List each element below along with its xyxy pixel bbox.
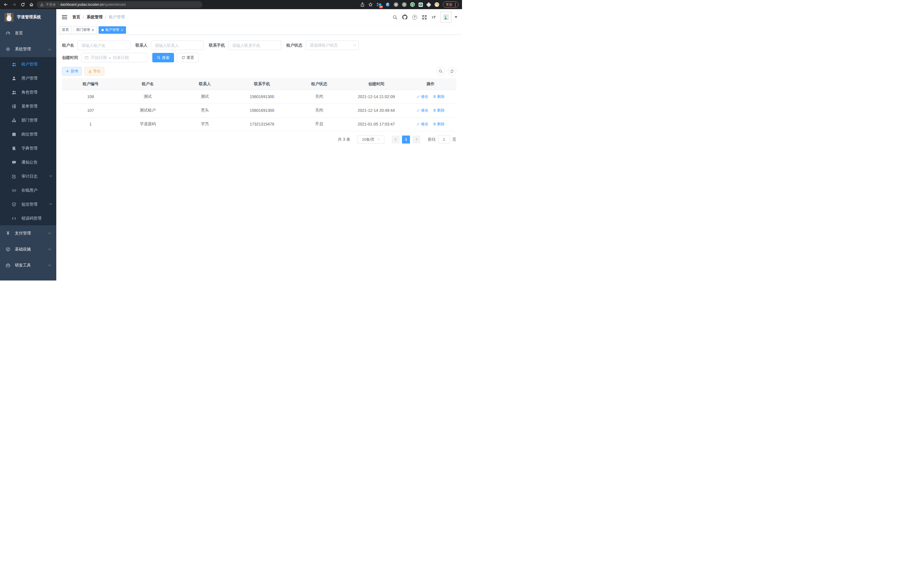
sidebar-item-label: 短信管理: [21, 202, 38, 207]
delete-link[interactable]: 删除: [433, 108, 445, 113]
status-select[interactable]: 请选择租户状态: [306, 41, 358, 50]
user-avatar[interactable]: [441, 12, 452, 23]
tab-home[interactable]: 首页: [59, 26, 72, 34]
profile-avatar-icon[interactable]: [435, 2, 439, 7]
extension-balloon-icon[interactable]: [385, 2, 390, 7]
share-button[interactable]: [360, 2, 364, 7]
extension-wappalyzer-icon[interactable]: 10: [376, 2, 381, 7]
breadcrumb-system[interactable]: 系统管理: [87, 15, 103, 20]
forward-button[interactable]: [12, 2, 16, 7]
sidebar-item-label: 租户管理: [21, 62, 38, 67]
avatar-dropdown-caret[interactable]: [454, 16, 458, 18]
table-row: 107 测试租户 秃头 15601691300 关闭 2021-12-14 20…: [62, 104, 456, 117]
col-created: 创建时间: [348, 78, 405, 90]
chevron-down-icon: [50, 174, 52, 177]
kebab-menu-icon[interactable]: [455, 3, 456, 7]
chevron-right-icon: [415, 138, 417, 141]
sidebar-item-infra[interactable]: 基础设施: [0, 241, 56, 257]
sidebar-item-dept[interactable]: 部门管理: [0, 113, 56, 127]
extension-command-icon[interactable]: ⌘: [394, 2, 398, 7]
sidebar-item-notice[interactable]: 通知公告: [0, 155, 56, 169]
extension-chat-icon[interactable]: [418, 3, 423, 7]
security-label: 不安全: [46, 2, 56, 7]
edit-link[interactable]: 修改: [417, 94, 428, 99]
cell-status: 关闭: [291, 90, 348, 104]
contact-input[interactable]: [151, 41, 204, 50]
pay-yen-icon: ¥: [6, 231, 10, 236]
goto-page-input[interactable]: [438, 135, 450, 144]
pencil-icon: [417, 109, 420, 112]
home-button[interactable]: [29, 2, 34, 7]
help-icon[interactable]: ?: [412, 15, 417, 20]
cell-id: 107: [62, 104, 119, 117]
search-button[interactable]: 搜索: [152, 53, 174, 62]
delete-link[interactable]: 删除: [433, 94, 445, 99]
tab-tenant[interactable]: 租户管理: [99, 26, 126, 34]
sidebar-item-post[interactable]: 岗位管理: [0, 127, 56, 141]
tab-dept[interactable]: 部门管理: [74, 26, 97, 34]
address-bar[interactable]: 不安全 dashboard.yudao.iocoder.cn/system/te…: [37, 1, 202, 8]
app-logo[interactable]: 芋道管理系统: [0, 9, 56, 25]
breadcrumb-separator: /: [105, 15, 106, 20]
tenant-table: 租户编号 租户名 联系人 联系手机 租户状态 创建时间 操作 108 测试 测试: [62, 78, 456, 131]
sidebar-item-user[interactable]: 用户管理: [0, 71, 56, 85]
breadcrumb-home[interactable]: 首页: [72, 15, 80, 20]
tenant-name-input[interactable]: [77, 41, 130, 50]
refresh-table-button[interactable]: [448, 67, 456, 75]
tenant-page-content: 租户名 联系人 联系手机 租户状态 请选择租户状态: [56, 35, 462, 281]
mobile-input[interactable]: [228, 41, 281, 50]
sidebar-item-audit-log[interactable]: 审计日志: [0, 169, 56, 183]
edit-link[interactable]: 修改: [417, 108, 428, 113]
cell-status: 关闭: [291, 104, 348, 117]
sidebar-item-role[interactable]: 角色管理: [0, 85, 56, 99]
filter-status: 租户状态 请选择租户状态: [286, 41, 358, 50]
sidebar-item-dict[interactable]: 字典管理: [0, 141, 56, 155]
next-page-button[interactable]: [412, 135, 420, 144]
user-icon: [12, 76, 16, 81]
sidebar-item-pay[interactable]: ¥ 支付管理: [0, 225, 56, 241]
back-button[interactable]: [3, 2, 8, 7]
filter-row-1: 租户名 联系人 联系手机 租户状态 请选择租户状态: [62, 41, 456, 50]
col-mobile: 联系手机: [233, 78, 291, 90]
collapse-sidebar-icon[interactable]: [61, 14, 68, 21]
update-button[interactable]: 更新: [443, 2, 459, 8]
page-size-select[interactable]: 10条/页: [357, 135, 384, 144]
github-icon[interactable]: [402, 15, 407, 20]
delete-link[interactable]: 删除: [433, 122, 445, 127]
export-button[interactable]: 导出: [85, 67, 104, 75]
sidebar-item-online-users[interactable]: 在线用户: [0, 183, 56, 197]
cell-id: 108: [62, 90, 119, 104]
page-1-button[interactable]: 1: [402, 135, 410, 144]
font-size-icon[interactable]: тT: [432, 15, 436, 20]
bookmark-star-button[interactable]: [368, 2, 373, 7]
extension-badge: 10: [379, 5, 383, 8]
plus-icon: [66, 69, 69, 73]
extensions-puzzle-icon[interactable]: [427, 3, 431, 7]
close-icon[interactable]: [121, 29, 123, 31]
cell-name: 测试: [119, 90, 176, 104]
sidebar-item-tenant[interactable]: 租户管理: [0, 57, 56, 71]
close-icon[interactable]: [92, 29, 94, 31]
extension-circle-dot-icon[interactable]: [402, 2, 406, 7]
date-range-picker[interactable]: 开始日期 - 结束日期: [81, 53, 147, 62]
extension-y-icon[interactable]: y: [410, 2, 415, 7]
edit-link[interactable]: 修改: [417, 122, 428, 127]
fullscreen-icon[interactable]: [422, 15, 427, 20]
search-icon[interactable]: [393, 15, 398, 20]
sidebar-item-home[interactable]: 首页: [0, 25, 56, 41]
sidebar-item-system[interactable]: 系统管理: [0, 41, 56, 57]
reset-button[interactable]: 重置: [177, 53, 199, 62]
create-time-label: 创建时间: [62, 55, 78, 60]
sidebar-item-dev-tools[interactable]: 研发工具: [0, 257, 56, 273]
sidebar-item-label: 通知公告: [21, 160, 38, 165]
cell-mobile: 17321315478: [233, 117, 291, 131]
sidebar-item-label: 部门管理: [21, 118, 38, 123]
hide-search-button[interactable]: [436, 67, 445, 75]
sidebar-item-menu[interactable]: 菜单管理: [0, 99, 56, 113]
add-button[interactable]: 新增: [62, 67, 82, 75]
prev-page-button[interactable]: [392, 135, 400, 144]
sidebar-item-error-code[interactable]: 错误码管理: [0, 211, 56, 225]
shield-check-icon: [12, 202, 16, 207]
reload-button[interactable]: [21, 2, 25, 7]
sidebar-item-sms[interactable]: 短信管理: [0, 197, 56, 211]
